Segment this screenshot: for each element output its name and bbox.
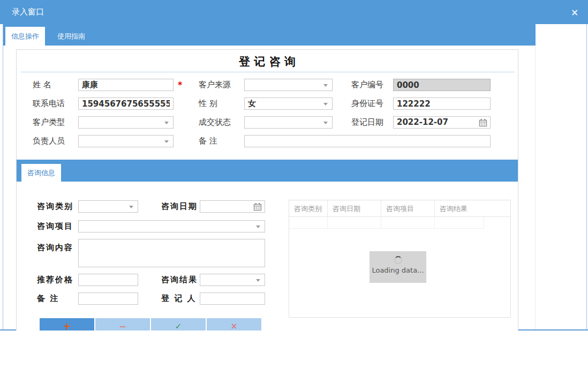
table-row [289, 217, 484, 229]
col-header-project: 咨询项目 [381, 200, 435, 217]
table-cell [381, 217, 435, 229]
consult-date-field[interactable] [200, 200, 265, 213]
customer-source-select[interactable] [244, 79, 333, 91]
registration-form-panel: 登 记 咨 询 姓 名 * 客户来源 客户编号 联系电话 性 别 女 身份证号 … [16, 49, 518, 331]
chevron-down-icon [164, 122, 169, 124]
name-field[interactable] [78, 79, 174, 91]
register-date-field[interactable]: 2022-12-07 [393, 116, 491, 129]
add-record-button[interactable]: + [40, 318, 94, 331]
close-icon[interactable]: × [569, 6, 581, 18]
required-asterisk: * [178, 80, 182, 90]
consult-remark-label: 备 注 [37, 292, 59, 304]
staff-label: 负责人员 [33, 135, 65, 147]
tab-info-operations[interactable]: 信息操作 [5, 27, 45, 46]
loading-overlay: Loading data... [370, 251, 426, 283]
id-number-field[interactable] [393, 97, 491, 110]
consult-content-textarea[interactable] [78, 239, 265, 267]
form-title: 登 记 咨 询 [17, 54, 518, 69]
consult-content-label: 咨询内容 [37, 242, 73, 253]
customer-no-label: 客户编号 [351, 79, 383, 91]
record-toolbar: + − ✓ × [40, 318, 262, 331]
col-header-date: 咨询日期 [328, 200, 381, 217]
tab-consult-info[interactable]: 咨询信息 [21, 164, 61, 182]
price-field[interactable] [78, 274, 138, 286]
cancel-record-button[interactable]: × [207, 318, 261, 331]
content-right-edge [535, 46, 536, 329]
gender-label: 性 别 [199, 97, 217, 109]
consult-remark-field[interactable] [78, 292, 138, 305]
gender-select[interactable]: 女 [244, 97, 333, 110]
register-date-value: 2022-12-07 [397, 117, 448, 128]
table-header-row: 咨询类别 咨询日期 咨询项目 咨询结果 [289, 200, 510, 217]
calendar-icon[interactable] [253, 202, 262, 213]
title-underline [21, 72, 515, 72]
phone-label: 联系电话 [33, 97, 65, 109]
window-right-border [586, 24, 587, 329]
consult-result-label: 咨询结果 [161, 274, 198, 286]
calendar-icon[interactable] [479, 118, 487, 129]
tab-user-guide[interactable]: 使用指南 [52, 27, 90, 46]
name-label: 姓 名 [33, 79, 51, 91]
chevron-down-icon [256, 279, 260, 282]
remark-field[interactable] [244, 135, 491, 147]
table-cell [289, 217, 328, 229]
consult-date-label: 咨询日期 [161, 200, 198, 212]
deal-status-label: 成交状态 [199, 116, 231, 128]
consult-category-select[interactable] [78, 200, 138, 213]
customer-no-field [393, 79, 491, 91]
chevron-down-icon [129, 206, 133, 208]
registrant-field[interactable] [200, 292, 265, 305]
top-tab-strip: 信息操作 使用指南 [3, 24, 536, 46]
window-left-border [3, 24, 3, 329]
register-date-label: 登记日期 [351, 116, 383, 128]
loading-text: Loading data... [370, 266, 426, 274]
window-title: 录入窗口 [12, 7, 44, 17]
table-cell [435, 217, 484, 229]
consult-tab-strip: 咨询信息 [17, 160, 518, 182]
spinner-icon [394, 256, 402, 264]
gender-value: 女 [248, 98, 256, 109]
table-cell [328, 217, 381, 229]
chevron-down-icon [323, 84, 328, 87]
phone-field[interactable] [78, 97, 174, 110]
col-header-result: 咨询结果 [435, 200, 484, 217]
entry-window: 录入窗口 × 信息操作 使用指南 登 记 咨 询 姓 名 * 客户来源 客户编号… [0, 0, 588, 368]
col-header-category: 咨询类别 [289, 200, 328, 217]
consult-project-label: 咨询项目 [37, 220, 73, 232]
consult-records-table: 咨询类别 咨询日期 咨询项目 咨询结果 Loading data... [289, 200, 511, 318]
customer-source-label: 客户来源 [199, 79, 231, 91]
consult-category-label: 咨询类别 [37, 200, 73, 212]
delete-record-button[interactable]: − [95, 318, 150, 331]
price-label: 推荐价格 [37, 274, 73, 286]
registrant-label: 登 记 人 [161, 292, 196, 304]
id-number-label: 身份证号 [351, 97, 383, 109]
remark-label: 备 注 [199, 135, 217, 147]
consult-result-select[interactable] [200, 274, 265, 286]
chevron-down-icon [323, 103, 328, 106]
chevron-down-icon [323, 122, 328, 124]
staff-select[interactable] [78, 135, 174, 147]
window-titlebar: 录入窗口 × [0, 0, 588, 24]
chevron-down-icon [164, 140, 169, 143]
chevron-down-icon [256, 226, 260, 228]
consult-project-select[interactable] [78, 220, 265, 232]
customer-type-label: 客户类型 [33, 116, 65, 128]
customer-type-select[interactable] [78, 116, 174, 129]
confirm-record-button[interactable]: ✓ [151, 318, 206, 331]
deal-status-select[interactable] [244, 116, 333, 129]
